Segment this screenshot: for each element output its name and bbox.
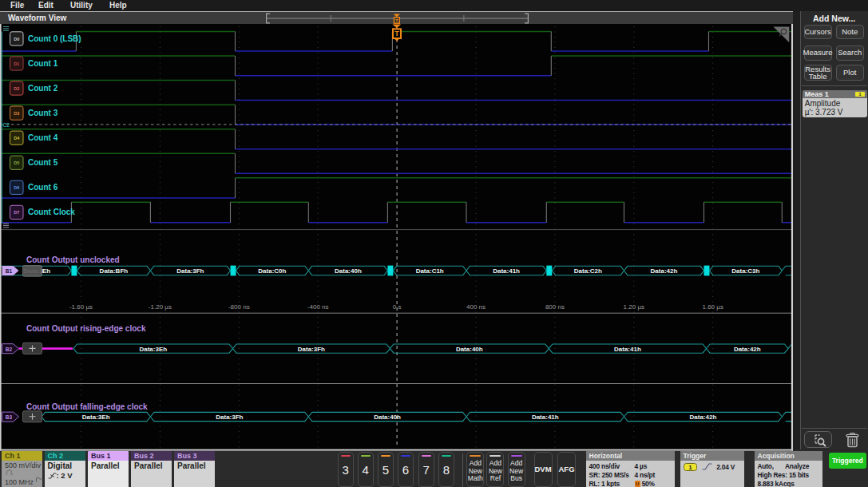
svg-text:T: T — [394, 30, 399, 38]
svg-text:Count Clock: Count Clock — [28, 208, 75, 216]
svg-text:D7: D7 — [14, 210, 19, 215]
svg-text:T: T — [395, 18, 398, 23]
svg-text:D2: D2 — [14, 86, 19, 91]
svg-text:Count 3: Count 3 — [28, 109, 58, 117]
svg-text:Data:3Fh: Data:3Fh — [176, 267, 204, 275]
svg-text:Data:42h: Data:42h — [651, 267, 678, 275]
svg-text:B3: B3 — [6, 414, 13, 420]
svg-text:400 ns: 400 ns — [466, 303, 486, 311]
svg-text:Data:41h: Data:41h — [532, 414, 559, 421]
svg-text:Data:42h: Data:42h — [734, 346, 761, 353]
svg-text:-800 ns: -800 ns — [228, 303, 250, 311]
svg-text:0 s: 0 s — [393, 303, 402, 311]
svg-text:Data:C0h: Data:C0h — [258, 267, 286, 275]
svg-text:Count 2: Count 2 — [28, 84, 58, 93]
svg-text:Data:C3h: Data:C3h — [731, 267, 759, 275]
svg-text:Data:42h: Data:42h — [690, 414, 717, 421]
svg-text:Data:BFh: Data:BFh — [100, 267, 129, 275]
svg-text:Count 0 (LSB): Count 0 (LSB) — [28, 34, 81, 43]
svg-text:Count Output unclocked: Count Output unclocked — [26, 255, 120, 264]
svg-text:B1: B1 — [6, 268, 13, 274]
svg-text:1.20 µs: 1.20 µs — [624, 303, 644, 311]
svg-text:Count Output rising-edge clock: Count Output rising-edge clock — [26, 324, 146, 333]
svg-text:Count Output falling-edge cloc: Count Output falling-edge clock — [26, 402, 148, 411]
svg-text:B2: B2 — [6, 346, 13, 352]
svg-text:D6: D6 — [14, 185, 19, 190]
svg-text:-1.20 µs: -1.20 µs — [149, 303, 172, 311]
svg-text:800 ns: 800 ns — [545, 303, 565, 311]
svg-text:C2: C2 — [3, 122, 10, 128]
svg-text:Data:3Eh: Data:3Eh — [82, 414, 110, 421]
svg-text:Data:3Eh: Data:3Eh — [139, 346, 167, 353]
svg-text:Count 1: Count 1 — [28, 59, 58, 68]
svg-text:-400 ns: -400 ns — [307, 303, 329, 311]
svg-text:D1: D1 — [14, 61, 19, 66]
svg-text:D3: D3 — [14, 111, 19, 116]
svg-text:Count 5: Count 5 — [28, 158, 58, 167]
svg-text:Count 6: Count 6 — [28, 183, 58, 192]
svg-text:D0: D0 — [14, 37, 19, 42]
svg-text:Data:40h: Data:40h — [335, 267, 362, 275]
svg-text:D5: D5 — [14, 160, 19, 165]
svg-text:Data:40h: Data:40h — [456, 346, 483, 353]
svg-text:Count 4: Count 4 — [28, 133, 58, 142]
svg-text:Data:3Fh: Data:3Fh — [298, 346, 325, 353]
svg-text:Data:40h: Data:40h — [374, 414, 401, 421]
svg-text:D4: D4 — [14, 136, 20, 141]
svg-text:Data:3Fh: Data:3Fh — [216, 414, 243, 421]
svg-text:Data:C1h: Data:C1h — [416, 267, 444, 275]
svg-text:Eh: Eh — [42, 267, 50, 275]
svg-text:Data:41h: Data:41h — [493, 267, 520, 275]
svg-text:Data:C2h: Data:C2h — [574, 267, 602, 275]
svg-text:1.60 µs: 1.60 µs — [702, 303, 723, 311]
svg-text:-1.60 µs: -1.60 µs — [69, 303, 93, 311]
svg-text:Data:41h: Data:41h — [614, 346, 641, 353]
